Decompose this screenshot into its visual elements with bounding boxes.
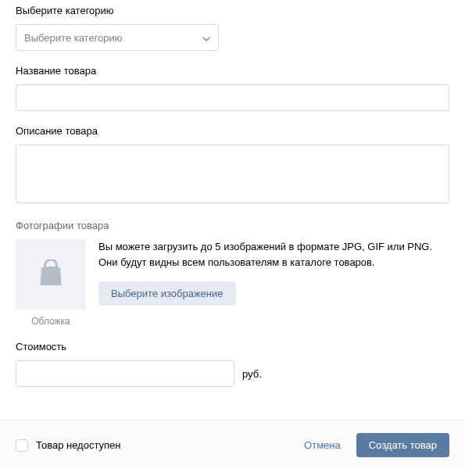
description-label: Описание товара [16,125,449,137]
price-field: Стоимость руб. [16,341,449,387]
footer-actions: Отмена Создать товар [304,433,449,457]
unavailable-label: Товар недоступен [36,439,120,451]
category-label: Выберите категорию [16,5,449,16]
cancel-button[interactable]: Отмена [304,439,341,451]
photo-thumb[interactable] [16,239,86,310]
form-footer: Товар недоступен Отмена Создать товар [0,420,465,470]
category-select-placeholder: Выберите категорию [24,32,123,44]
description-input[interactable] [16,145,449,203]
photos-label: Фотографии товара [16,220,449,231]
price-label: Стоимость [16,341,449,353]
bag-icon [37,259,65,290]
category-field: Выберите категорию Выберите категорию [16,5,449,51]
unavailable-checkbox-wrap[interactable]: Товар недоступен [16,439,120,452]
unavailable-checkbox[interactable] [16,439,28,452]
photo-thumb-wrap: Обложка [16,239,86,327]
name-field: Название товара [16,65,449,111]
name-label: Название товара [16,65,449,77]
product-form: Выберите категорию Выберите категорию На… [0,5,465,403]
description-field: Описание товара [16,125,449,206]
category-select[interactable]: Выберите категорию [16,24,219,51]
photo-hint-text: Вы можете загрузить до 5 изображений в ф… [98,239,449,270]
name-input[interactable] [16,84,449,111]
photo-description: Вы можете загрузить до 5 изображений в ф… [98,239,449,306]
choose-image-button[interactable]: Выберите изображение [98,281,236,306]
photos-field: Фотографии товара Обложка Вы можете загр… [16,220,449,327]
price-currency: руб. [242,368,262,380]
submit-button[interactable]: Создать товар [356,433,449,457]
photo-thumb-caption: Обложка [16,316,86,327]
chevron-down-icon [202,34,210,41]
price-input[interactable] [16,360,234,387]
